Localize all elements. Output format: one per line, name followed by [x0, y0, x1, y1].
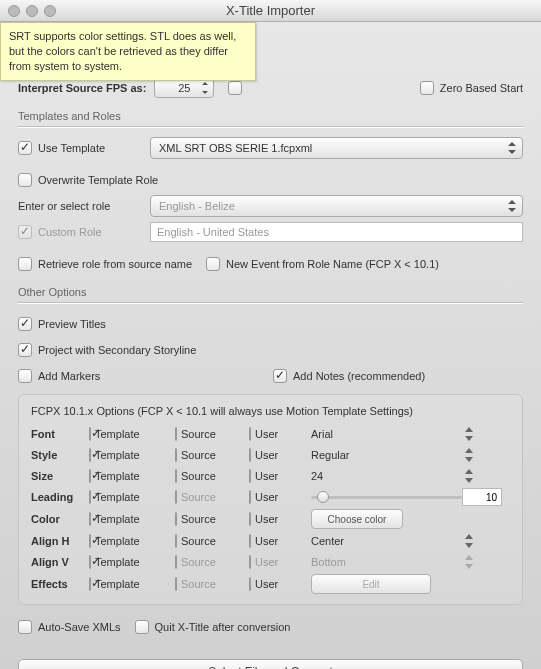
- effects-source-chk: [175, 577, 177, 591]
- leading-user-chk[interactable]: [249, 490, 251, 504]
- leading-template-chk[interactable]: [89, 490, 91, 504]
- overwrite-role-label: Overwrite Template Role: [38, 174, 158, 186]
- color-template-chk[interactable]: [89, 512, 91, 526]
- row-font-label: Font: [31, 428, 89, 440]
- alignv-stepper: [462, 553, 476, 571]
- alignh-user-chk[interactable]: [249, 534, 251, 548]
- quit-label: Quit X-Title after conversion: [155, 621, 291, 633]
- notes-checkbox[interactable]: [273, 369, 287, 383]
- select-file-button[interactable]: Select File and Convert: [18, 659, 523, 669]
- templates-section-label: Templates and Roles: [18, 110, 523, 122]
- style-user-chk[interactable]: [249, 448, 251, 462]
- size-value[interactable]: 24: [311, 470, 462, 482]
- row-size-label: Size: [31, 470, 89, 482]
- row-leading-label: Leading: [31, 491, 89, 503]
- retrieve-role-checkbox[interactable]: [18, 257, 32, 271]
- font-stepper[interactable]: [462, 425, 476, 443]
- custom-role-label: Custom Role: [38, 226, 150, 238]
- row-alignv-label: Align V: [31, 556, 89, 568]
- new-event-label: New Event from Role Name (FCP X < 10.1): [226, 258, 439, 270]
- zero-based-checkbox[interactable]: [420, 81, 434, 95]
- size-user-chk[interactable]: [249, 469, 251, 483]
- style-source-chk[interactable]: [175, 448, 177, 462]
- markers-label: Add Markers: [38, 370, 100, 382]
- color-source-chk[interactable]: [175, 512, 177, 526]
- autosave-checkbox[interactable]: [18, 620, 32, 634]
- use-template-label: Use Template: [38, 142, 150, 154]
- leading-value[interactable]: [462, 488, 502, 506]
- style-template-chk[interactable]: [89, 448, 91, 462]
- color-user-chk[interactable]: [249, 512, 251, 526]
- fcpx-options-box: FCPX 10.1.x Options (FCP X < 10.1 will a…: [18, 394, 523, 605]
- secondary-checkbox[interactable]: [18, 343, 32, 357]
- font-value[interactable]: Arial: [311, 428, 462, 440]
- window-title: X-Title Importer: [226, 3, 315, 18]
- template-select[interactable]: XML SRT OBS SERIE 1.fcpxml: [150, 137, 523, 159]
- use-template-checkbox[interactable]: [18, 141, 32, 155]
- new-event-checkbox[interactable]: [206, 257, 220, 271]
- size-stepper[interactable]: [462, 467, 476, 485]
- fps-select[interactable]: 25: [154, 78, 214, 98]
- row-color-label: Color: [31, 513, 89, 525]
- retrieve-role-label: Retrieve role from source name: [38, 258, 192, 270]
- interpret-fps-label: Interpret Source FPS as:: [18, 82, 146, 94]
- font-source-chk[interactable]: [175, 427, 177, 441]
- zero-based-label: Zero Based Start: [440, 82, 523, 94]
- alignh-template-chk[interactable]: [89, 534, 91, 548]
- alignv-source-chk: [175, 555, 177, 569]
- preview-label: Preview Titles: [38, 318, 106, 330]
- row-effects-label: Effects: [31, 578, 89, 590]
- leading-slider[interactable]: [311, 489, 462, 505]
- markers-checkbox[interactable]: [18, 369, 32, 383]
- secondary-label: Project with Secondary Storyline: [38, 344, 196, 356]
- other-section-label: Other Options: [18, 286, 523, 298]
- enter-role-label: Enter or select role: [18, 200, 150, 212]
- effects-template-chk[interactable]: [89, 577, 91, 591]
- alignh-value[interactable]: Center: [311, 535, 462, 547]
- row-alignh-label: Align H: [31, 535, 89, 547]
- preview-checkbox[interactable]: [18, 317, 32, 331]
- style-stepper[interactable]: [462, 446, 476, 464]
- alignv-user-chk: [249, 555, 251, 569]
- fcpx-box-title: FCPX 10.1.x Options (FCP X < 10.1 will a…: [31, 405, 510, 417]
- unknown-timing-checkbox[interactable]: [228, 81, 242, 95]
- effects-user-chk[interactable]: [249, 577, 251, 591]
- custom-role-field[interactable]: [150, 222, 523, 242]
- row-style-label: Style: [31, 449, 89, 461]
- quit-checkbox[interactable]: [135, 620, 149, 634]
- style-value[interactable]: Regular: [311, 449, 462, 461]
- alignh-source-chk[interactable]: [175, 534, 177, 548]
- font-template-chk[interactable]: [89, 427, 91, 441]
- unknown-timing-label: [248, 82, 251, 94]
- overwrite-role-checkbox[interactable]: [18, 173, 32, 187]
- choose-color-button[interactable]: Choose color: [311, 509, 403, 529]
- window-traffic-lights[interactable]: [8, 5, 56, 17]
- effects-edit-button: Edit: [311, 574, 431, 594]
- custom-role-checkbox[interactable]: [18, 225, 32, 239]
- window-titlebar: X-Title Importer: [0, 0, 541, 22]
- leading-source-chk: [175, 490, 177, 504]
- alignv-value: Bottom: [311, 556, 462, 568]
- alignv-template-chk[interactable]: [89, 555, 91, 569]
- font-user-chk[interactable]: [249, 427, 251, 441]
- role-select[interactable]: English - Belize: [150, 195, 523, 217]
- autosave-label: Auto-Save XMLs: [38, 621, 121, 633]
- color-tooltip: SRT supports color settings. STL does as…: [0, 22, 256, 81]
- size-source-chk[interactable]: [175, 469, 177, 483]
- size-template-chk[interactable]: [89, 469, 91, 483]
- notes-label: Add Notes (recommended): [293, 370, 425, 382]
- alignh-stepper[interactable]: [462, 532, 476, 550]
